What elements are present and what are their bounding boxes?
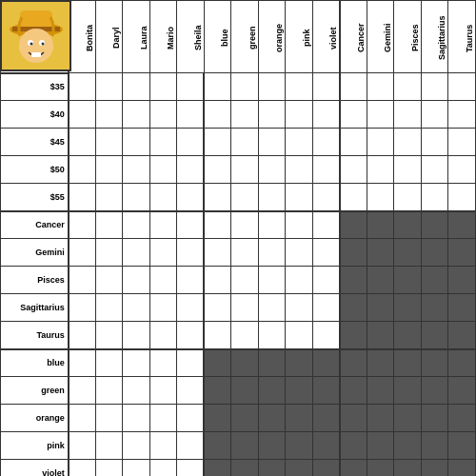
cell-r14-c6[interactable] <box>231 460 259 477</box>
cell-r2-c3[interactable] <box>149 129 177 156</box>
cell-r11-c11[interactable] <box>367 377 394 405</box>
cell-r13-c11[interactable] <box>367 432 394 460</box>
cell-r6-c10[interactable] <box>340 239 367 267</box>
cell-r5-c0[interactable] <box>69 211 96 239</box>
cell-r0-c2[interactable] <box>123 73 150 101</box>
cell-r9-c10[interactable] <box>340 322 367 349</box>
cell-r1-c2[interactable] <box>123 101 150 129</box>
cell-r7-c14[interactable] <box>448 267 476 294</box>
cell-r2-c4[interactable] <box>177 129 205 156</box>
cell-r11-c9[interactable] <box>312 377 340 405</box>
cell-r13-c5[interactable] <box>204 432 231 460</box>
cell-r5-c3[interactable] <box>149 211 177 239</box>
cell-r6-c14[interactable] <box>448 239 476 267</box>
cell-r14-c13[interactable] <box>421 460 448 477</box>
cell-r0-c4[interactable] <box>177 73 205 101</box>
cell-r12-c11[interactable] <box>367 405 394 432</box>
cell-r7-c0[interactable] <box>69 267 96 294</box>
cell-r4-c0[interactable] <box>69 184 96 211</box>
cell-r0-c12[interactable] <box>394 73 422 101</box>
cell-r12-c10[interactable] <box>340 405 367 432</box>
cell-r8-c3[interactable] <box>149 294 177 322</box>
cell-r2-c0[interactable] <box>69 129 96 156</box>
cell-r1-c0[interactable] <box>69 101 96 129</box>
cell-r11-c1[interactable] <box>95 377 123 405</box>
cell-r5-c12[interactable] <box>394 211 422 239</box>
cell-r10-c12[interactable] <box>394 349 422 377</box>
cell-r10-c9[interactable] <box>312 349 340 377</box>
cell-r12-c14[interactable] <box>448 405 476 432</box>
cell-r9-c0[interactable] <box>69 322 96 349</box>
cell-r0-c11[interactable] <box>367 73 394 101</box>
cell-r0-c7[interactable] <box>258 73 286 101</box>
cell-r10-c4[interactable] <box>177 349 205 377</box>
cell-r10-c3[interactable] <box>149 349 177 377</box>
cell-r13-c2[interactable] <box>123 432 150 460</box>
cell-r11-c12[interactable] <box>394 377 422 405</box>
cell-r1-c4[interactable] <box>177 101 205 129</box>
cell-r9-c4[interactable] <box>177 322 205 349</box>
cell-r1-c9[interactable] <box>312 101 340 129</box>
cell-r0-c8[interactable] <box>286 73 313 101</box>
cell-r14-c5[interactable] <box>204 460 231 477</box>
cell-r13-c12[interactable] <box>394 432 422 460</box>
cell-r8-c1[interactable] <box>95 294 123 322</box>
cell-r9-c2[interactable] <box>123 322 150 349</box>
cell-r5-c2[interactable] <box>123 211 150 239</box>
cell-r11-c0[interactable] <box>69 377 96 405</box>
cell-r11-c10[interactable] <box>340 377 367 405</box>
cell-r13-c10[interactable] <box>340 432 367 460</box>
cell-r8-c14[interactable] <box>448 294 476 322</box>
cell-r14-c8[interactable] <box>286 460 313 477</box>
cell-r9-c1[interactable] <box>95 322 123 349</box>
cell-r2-c11[interactable] <box>367 129 394 156</box>
cell-r9-c12[interactable] <box>394 322 422 349</box>
cell-r6-c6[interactable] <box>231 239 259 267</box>
cell-r10-c7[interactable] <box>258 349 286 377</box>
cell-r13-c6[interactable] <box>231 432 259 460</box>
cell-r5-c8[interactable] <box>286 211 313 239</box>
cell-r14-c0[interactable] <box>69 460 96 477</box>
cell-r3-c4[interactable] <box>177 156 205 184</box>
cell-r7-c10[interactable] <box>340 267 367 294</box>
cell-r7-c4[interactable] <box>177 267 205 294</box>
cell-r11-c4[interactable] <box>177 377 205 405</box>
cell-r0-c9[interactable] <box>312 73 340 101</box>
cell-r9-c5[interactable] <box>204 322 231 349</box>
cell-r4-c3[interactable] <box>149 184 177 211</box>
cell-r2-c6[interactable] <box>231 129 259 156</box>
cell-r10-c6[interactable] <box>231 349 259 377</box>
cell-r10-c5[interactable] <box>204 349 231 377</box>
cell-r2-c2[interactable] <box>123 129 150 156</box>
cell-r8-c13[interactable] <box>421 294 448 322</box>
cell-r12-c5[interactable] <box>204 405 231 432</box>
cell-r3-c13[interactable] <box>421 156 448 184</box>
cell-r7-c12[interactable] <box>394 267 422 294</box>
cell-r4-c1[interactable] <box>95 184 123 211</box>
cell-r6-c5[interactable] <box>204 239 231 267</box>
cell-r8-c12[interactable] <box>394 294 422 322</box>
cell-r9-c8[interactable] <box>286 322 313 349</box>
cell-r5-c4[interactable] <box>177 211 205 239</box>
cell-r14-c14[interactable] <box>448 460 476 477</box>
cell-r9-c11[interactable] <box>367 322 394 349</box>
cell-r4-c13[interactable] <box>421 184 448 211</box>
cell-r6-c11[interactable] <box>367 239 394 267</box>
cell-r10-c0[interactable] <box>69 349 96 377</box>
cell-r5-c7[interactable] <box>258 211 286 239</box>
cell-r4-c12[interactable] <box>394 184 422 211</box>
cell-r11-c8[interactable] <box>286 377 313 405</box>
cell-r13-c13[interactable] <box>421 432 448 460</box>
cell-r1-c1[interactable] <box>95 101 123 129</box>
cell-r6-c2[interactable] <box>123 239 150 267</box>
cell-r8-c0[interactable] <box>69 294 96 322</box>
cell-r13-c9[interactable] <box>312 432 340 460</box>
cell-r3-c9[interactable] <box>312 156 340 184</box>
cell-r4-c2[interactable] <box>123 184 150 211</box>
cell-r10-c14[interactable] <box>448 349 476 377</box>
cell-r3-c7[interactable] <box>258 156 286 184</box>
cell-r2-c9[interactable] <box>312 129 340 156</box>
cell-r1-c5[interactable] <box>204 101 231 129</box>
cell-r4-c11[interactable] <box>367 184 394 211</box>
cell-r0-c3[interactable] <box>149 73 177 101</box>
